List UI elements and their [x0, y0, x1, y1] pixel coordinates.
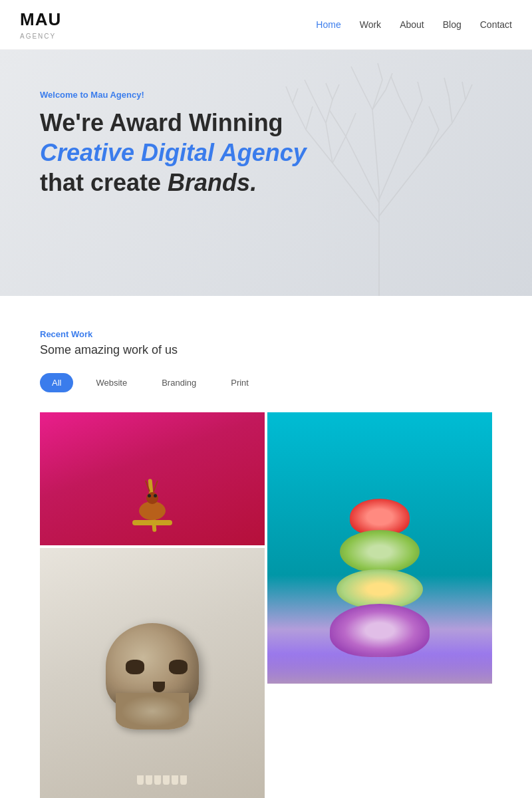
bug-body — [139, 501, 166, 520]
portfolio-grid — [40, 412, 492, 798]
urchin-stack — [330, 499, 430, 657]
nav-work[interactable]: Work — [360, 19, 381, 30]
svg-line-13 — [426, 123, 452, 156]
svg-line-14 — [426, 130, 439, 156]
nav-home[interactable]: Home — [316, 19, 340, 30]
skull-jaw — [116, 693, 189, 730]
svg-line-2 — [379, 156, 426, 216]
portfolio-item-bug[interactable] — [40, 412, 265, 545]
svg-line-35 — [444, 78, 449, 96]
urchin-second — [340, 530, 420, 573]
site-header: MAU AGENCY Home Work About Blog Contact — [0, 0, 532, 50]
nav-about[interactable]: About — [400, 19, 424, 30]
portfolio-image-bug — [40, 412, 265, 545]
urchin-bottom — [330, 604, 430, 657]
tooth — [154, 775, 161, 785]
svg-line-37 — [466, 84, 472, 100]
svg-line-30 — [351, 66, 359, 83]
svg-line-33 — [391, 76, 399, 96]
svg-line-20 — [399, 96, 412, 123]
hero-welcome: Welcome to Mau Agency! — [40, 90, 386, 100]
hero-line3-prefix: that create — [40, 169, 161, 196]
tooth — [180, 775, 187, 785]
portfolio-image-skull — [40, 548, 265, 798]
hero-line2: Creative Digital Agency — [40, 139, 307, 166]
hero-headline: We're Award Winning Creative Digital Age… — [40, 108, 386, 198]
filter-all[interactable]: All — [40, 373, 73, 392]
tooth — [172, 775, 178, 785]
hero-section: Welcome to Mau Agency! We're Award Winni… — [0, 50, 532, 296]
filter-tabs: All Website Branding Print — [40, 373, 492, 392]
svg-line-21 — [412, 100, 422, 123]
work-section-title: Some amazing work of us — [40, 343, 492, 357]
logo: MAU AGENCY — [20, 9, 61, 40]
urchin-third — [336, 569, 423, 609]
filter-branding[interactable]: Branding — [150, 373, 208, 392]
skull-teeth — [137, 775, 187, 785]
skull-shape — [99, 623, 205, 743]
portfolio-item-sea-urchins[interactable] — [267, 412, 492, 798]
hero-brands: Brands. — [168, 169, 257, 196]
skull-eye-left — [126, 660, 144, 674]
hero-line1: We're Award Winning — [40, 109, 283, 136]
hero-content: Welcome to Mau Agency! We're Award Winni… — [40, 90, 386, 198]
skull-nose — [153, 682, 165, 692]
logo-sub: AGENCY — [20, 33, 61, 40]
svg-line-15 — [452, 100, 466, 123]
main-nav: Home Work About Blog Contact — [316, 19, 512, 30]
nav-blog[interactable]: Blog — [443, 19, 462, 30]
work-section: Recent Work Some amazing work of us All … — [0, 296, 532, 798]
logo-text: MAU — [20, 9, 61, 29]
svg-line-17 — [429, 106, 439, 130]
bug-head — [146, 492, 158, 504]
tooth — [137, 775, 144, 785]
portfolio-item-skull[interactable] — [40, 548, 265, 798]
svg-line-31 — [378, 63, 382, 80]
nav-contact[interactable]: Contact — [480, 19, 512, 30]
skull-eye-right — [169, 660, 188, 674]
tooth — [146, 775, 152, 785]
svg-line-32 — [386, 73, 392, 90]
portfolio-image-sea-urchins — [267, 412, 492, 684]
filter-print[interactable]: Print — [219, 373, 261, 392]
tooth — [163, 775, 170, 785]
work-section-label: Recent Work — [40, 329, 492, 339]
svg-line-16 — [449, 96, 452, 123]
svg-line-34 — [418, 82, 422, 100]
filter-website[interactable]: Website — [84, 373, 139, 392]
svg-line-36 — [462, 82, 466, 100]
